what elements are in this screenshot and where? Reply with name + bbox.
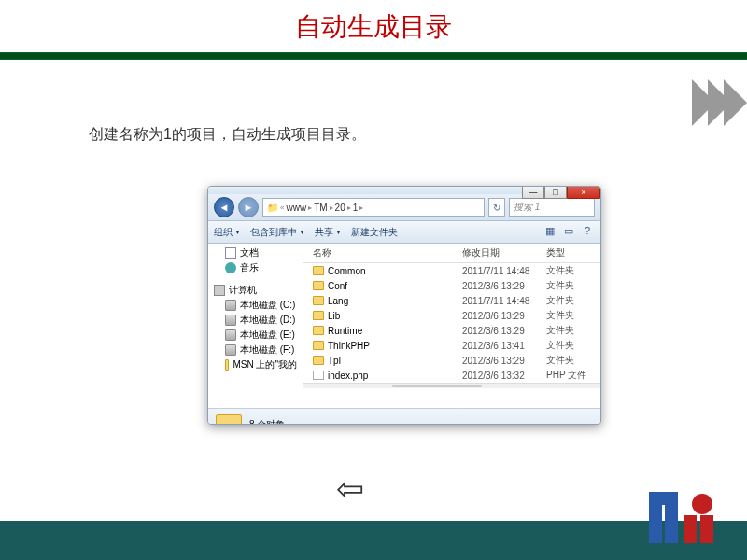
file-row[interactable]: Lang2011/7/11 14:48文件夹 xyxy=(303,293,600,308)
file-date: 2012/3/6 13:29 xyxy=(462,356,546,366)
file-type: 文件夹 xyxy=(546,354,600,367)
file-row[interactable]: Lib2012/3/6 13:29文件夹 xyxy=(303,308,600,323)
help-icon[interactable]: ? xyxy=(580,225,595,240)
minimize-button[interactable]: — xyxy=(522,186,544,199)
divider-bar xyxy=(0,52,747,60)
file-type: 文件夹 xyxy=(546,324,600,337)
description-text: 创建名称为1的项目，自动生成项目目录。 xyxy=(89,125,747,145)
file-type: PHP 文件 xyxy=(546,369,600,382)
column-headers[interactable]: 名称 修改日期 类型 xyxy=(303,244,600,263)
preview-icon[interactable]: ▭ xyxy=(561,225,576,240)
include-menu[interactable]: 包含到库中▼ xyxy=(250,226,305,239)
file-name: Runtime xyxy=(328,326,362,336)
svg-rect-4 xyxy=(684,515,697,543)
status-text: 8 个对象 xyxy=(249,418,285,426)
file-row[interactable]: Common2011/7/11 14:48文件夹 xyxy=(303,263,600,278)
svg-rect-2 xyxy=(649,492,678,505)
file-name: ThinkPHP xyxy=(328,341,370,351)
back-arrow-graphic: ⇦ xyxy=(336,469,364,509)
logo xyxy=(644,478,728,553)
forward-button[interactable]: ► xyxy=(238,197,259,217)
file-date: 2012/3/6 13:41 xyxy=(462,341,546,351)
file-name: Lib xyxy=(328,311,340,321)
sidebar-docs[interactable]: 文档 xyxy=(208,245,303,260)
footer-bar xyxy=(0,521,747,560)
col-date[interactable]: 修改日期 xyxy=(462,246,546,259)
status-bar: 8 个对象 xyxy=(208,408,600,425)
col-type[interactable]: 类型 xyxy=(546,246,600,259)
file-date: 2012/3/6 13:29 xyxy=(462,281,546,291)
file-row[interactable]: Conf2012/3/6 13:29文件夹 xyxy=(303,278,600,293)
sidebar-computer[interactable]: 计算机 xyxy=(208,283,303,298)
sidebar-disk-e[interactable]: 本地磁盘 (E:) xyxy=(208,328,303,343)
back-button[interactable]: ◄ xyxy=(214,197,234,217)
col-name[interactable]: 名称 xyxy=(303,246,462,259)
file-name: index.php xyxy=(328,371,368,381)
slide-title: 自动生成目录 xyxy=(0,0,747,52)
folder-icon xyxy=(313,326,324,335)
file-row[interactable]: Tpl2012/3/6 13:29文件夹 xyxy=(303,353,600,368)
file-row[interactable]: ThinkPHP2012/3/6 13:41文件夹 xyxy=(303,338,600,353)
crumb-www[interactable]: www xyxy=(286,203,306,213)
file-row[interactable]: Runtime2012/3/6 13:29文件夹 xyxy=(303,323,600,338)
toolbar: 组织▼ 包含到库中▼ 共享▼ 新建文件夹 ▦ ▭ ? xyxy=(208,221,600,244)
sidebar-music[interactable]: 音乐 xyxy=(208,260,303,275)
sidebar-disk-f[interactable]: 本地磁盘 (F:) xyxy=(208,343,303,357)
maximize-button[interactable]: □ xyxy=(544,186,567,199)
file-type: 文件夹 xyxy=(546,279,600,292)
file-date: 2011/7/11 14:48 xyxy=(462,266,546,276)
file-date: 2011/7/11 14:48 xyxy=(462,296,546,306)
refresh-button[interactable]: ↻ xyxy=(488,198,505,217)
organize-menu[interactable]: 组织▼ xyxy=(214,226,241,239)
folder-icon xyxy=(313,266,324,275)
file-type: 文件夹 xyxy=(546,339,600,352)
folder-icon xyxy=(313,311,324,320)
folder-icon xyxy=(313,281,324,290)
folder-icon: 📁 xyxy=(267,203,278,213)
explorer-window: — □ × ◄ ► 📁 « www▸ TM▸ 20▸ 1▸ ↻ 搜索 1 组织▼… xyxy=(207,186,601,425)
folder-icon xyxy=(216,414,242,426)
sidebar-tree: 文档 音乐 计算机 本地磁盘 (C:) 本地磁盘 (D:) 本地磁盘 (E:) … xyxy=(208,244,303,408)
close-button[interactable]: × xyxy=(567,186,600,199)
svg-point-3 xyxy=(692,494,712,514)
file-date: 2012/3/6 13:32 xyxy=(462,371,546,381)
php-icon xyxy=(313,371,324,380)
folder-icon xyxy=(313,356,324,365)
file-name: Lang xyxy=(328,296,348,306)
folder-icon xyxy=(313,296,324,305)
crumb-20[interactable]: 20 xyxy=(335,203,345,213)
file-date: 2012/3/6 13:29 xyxy=(462,311,546,321)
scrollbar-horizontal[interactable] xyxy=(303,383,600,388)
file-row[interactable]: index.php2012/3/6 13:32PHP 文件 xyxy=(303,368,600,383)
share-menu[interactable]: 共享▼ xyxy=(315,226,342,239)
decorative-arrows xyxy=(699,79,747,126)
file-type: 文件夹 xyxy=(546,294,600,307)
sidebar-disk-d[interactable]: 本地磁盘 (D:) xyxy=(208,313,303,328)
new-folder-button[interactable]: 新建文件夹 xyxy=(351,226,398,239)
crumb-1[interactable]: 1 xyxy=(353,203,359,213)
file-list: 名称 修改日期 类型 Common2011/7/11 14:48文件夹Conf2… xyxy=(303,244,600,408)
sidebar-disk-c[interactable]: 本地磁盘 (C:) xyxy=(208,298,303,313)
svg-rect-5 xyxy=(700,515,713,543)
folder-icon xyxy=(313,341,324,350)
file-type: 文件夹 xyxy=(546,309,600,322)
file-type: 文件夹 xyxy=(546,264,600,277)
sidebar-msn[interactable]: MSN 上的"我的 xyxy=(208,357,303,372)
file-name: Conf xyxy=(328,281,347,291)
file-date: 2012/3/6 13:29 xyxy=(462,326,546,336)
file-name: Common xyxy=(328,266,366,276)
file-name: Tpl xyxy=(328,356,341,366)
search-input[interactable]: 搜索 1 xyxy=(509,198,595,217)
view-icon[interactable]: ▦ xyxy=(543,225,557,240)
window-titlebar[interactable]: — □ × xyxy=(208,187,600,194)
breadcrumb-path[interactable]: 📁 « www▸ TM▸ 20▸ 1▸ xyxy=(262,198,485,217)
crumb-tm[interactable]: TM xyxy=(314,203,327,213)
